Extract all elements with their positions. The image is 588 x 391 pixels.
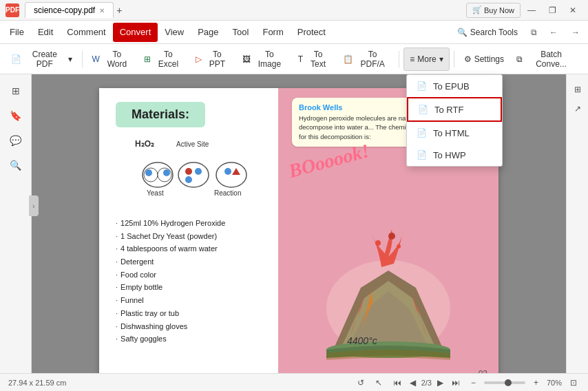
fit-page-btn[interactable]: ⊡ — [567, 377, 580, 389]
svg-text:H₂O₂: H₂O₂ — [135, 139, 154, 149]
mat-9: Dishwashing gloves — [120, 320, 187, 333]
right-icon-2[interactable]: ↗ — [569, 101, 586, 117]
menu-comment[interactable]: Comment — [60, 23, 112, 42]
to-word-btn[interactable]: W To Word — [87, 47, 137, 71]
left-panel: ⊞ 🔖 💬 🔍 — [0, 74, 32, 373]
rotate-btn[interactable]: ↺ — [355, 377, 367, 389]
more-btn[interactable]: ≡ More ▾ — [403, 47, 449, 71]
right-icon-1[interactable]: ⊞ — [569, 81, 586, 98]
to-rtf-item[interactable]: 📄 To RTF — [407, 97, 502, 122]
batch-icon: ⧉ — [516, 54, 523, 64]
to-image-btn[interactable]: 🖼 To Image — [237, 47, 291, 71]
epub-icon: 📄 — [415, 80, 428, 92]
toolbar: 📄 Create PDF ▾ W To Word ⊞ To Excel ▷ To… — [0, 44, 588, 74]
to-word-label: To Word — [103, 50, 132, 69]
menu-page[interactable]: Page — [191, 23, 225, 42]
title-bar: PDF science-copy.pdf ✕ + 🛒 Buy Now — ❐ ✕ — [0, 0, 588, 21]
page-indicator: 2/3 — [421, 379, 432, 387]
menu-view[interactable]: View — [158, 23, 191, 42]
html-icon: 📄 — [415, 127, 428, 139]
svg-text:Reaction: Reaction — [214, 189, 241, 197]
prev-page-btn[interactable]: ◀ — [407, 377, 419, 389]
last-page-btn[interactable]: ⏭ — [449, 377, 463, 389]
to-ppt-label: To PPT — [204, 50, 230, 69]
settings-btn[interactable]: ⚙ Settings — [459, 47, 510, 71]
back-btn[interactable]: ← — [544, 25, 563, 40]
mat-3: 4 tablespoons of warm water — [120, 242, 218, 255]
menu-form[interactable]: Form — [255, 23, 290, 42]
search-tools-label: Search Tools — [470, 28, 518, 37]
more-label: More — [417, 54, 436, 64]
minimize-btn[interactable]: — — [522, 3, 541, 18]
search-panel-icon[interactable]: 🔍 — [5, 154, 27, 176]
svg-point-8 — [178, 162, 209, 187]
svg-point-9 — [185, 168, 192, 175]
svg-point-18 — [375, 240, 381, 246]
mat-2: 1 Sachet Dry Yeast (powder) — [120, 230, 217, 243]
bookmark-icon[interactable]: 🔖 — [5, 105, 27, 127]
buy-now-icon: 🛒 — [472, 6, 482, 14]
search-tools-btn[interactable]: 🔍 Search Tools — [452, 21, 523, 44]
page-navigation: ⏮ ◀ 2/3 ▶ ⏭ — [390, 377, 463, 389]
settings-label: Settings — [474, 54, 504, 64]
to-pdfa-btn[interactable]: 📋 To PDF/A — [337, 47, 395, 71]
mat-8: Plastic tray or tub — [120, 307, 179, 320]
panel-collapse-btn[interactable]: › — [29, 196, 39, 216]
zoom-in-btn[interactable]: + — [531, 377, 541, 389]
comment-panel-icon[interactable]: 💬 — [5, 129, 27, 151]
add-tab-btn[interactable]: + — [116, 5, 122, 16]
next-page-btn[interactable]: ▶ — [434, 377, 446, 389]
first-page-btn[interactable]: ⏮ — [390, 377, 404, 389]
to-ppt-icon: ▷ — [196, 54, 202, 64]
to-html-item[interactable]: 📄 To HTML — [407, 122, 502, 144]
maximize-btn[interactable]: ❐ — [543, 3, 562, 18]
toolbar-divider-2 — [399, 51, 399, 67]
buy-now-btn[interactable]: 🛒 Buy Now — [466, 3, 521, 18]
menu-tool[interactable]: Tool — [226, 23, 256, 42]
svg-marker-14 — [232, 168, 240, 175]
html-label: To HTML — [433, 128, 470, 138]
mat-7: Funnel — [120, 294, 144, 307]
to-excel-icon: ⊞ — [144, 54, 151, 64]
svg-point-20 — [388, 233, 395, 240]
forward-btn[interactable]: → — [566, 25, 585, 40]
temp-text: 4400°c — [347, 335, 377, 346]
zoom-out-btn[interactable]: − — [468, 377, 479, 389]
mat-4: Detergent — [120, 255, 154, 268]
molecule-svg: H₂O₂ Active Site — [132, 137, 249, 202]
tab-close-btn[interactable]: ✕ — [99, 7, 105, 14]
to-excel-btn[interactable]: ⊞ To Excel — [138, 47, 189, 71]
menu-protect[interactable]: Protect — [291, 23, 333, 42]
active-tab[interactable]: science-copy.pdf ✕ — [25, 2, 114, 18]
zoom-slider[interactable] — [484, 381, 525, 384]
to-text-label: To Text — [306, 50, 330, 69]
cursor-btn[interactable]: ↖ — [372, 377, 385, 389]
menu-convert[interactable]: Convert — [113, 23, 158, 42]
close-btn[interactable]: ✕ — [563, 3, 582, 18]
create-pdf-btn[interactable]: 📄 Create PDF ▾ — [6, 47, 78, 71]
more-arrow: ▾ — [439, 54, 443, 64]
to-ppt-btn[interactable]: ▷ To PPT — [190, 47, 235, 71]
mat-6: Empty bottle — [120, 281, 162, 294]
tab-bar: science-copy.pdf ✕ + — [25, 2, 122, 18]
to-epub-item[interactable]: 📄 To EPUB — [407, 75, 502, 97]
volcano-svg — [292, 226, 485, 363]
menu-bar: File Edit Comment Convert View Page Tool… — [0, 21, 588, 44]
materials-header: Materials: — [116, 102, 205, 127]
to-hwp-item[interactable]: 📄 To HWP — [407, 144, 502, 166]
to-text-btn[interactable]: T To Text — [293, 47, 336, 71]
menu-file[interactable]: File — [3, 23, 31, 42]
svg-point-7 — [163, 169, 170, 176]
pdf-left-content: Materials: H₂O₂ Active Site — [99, 88, 278, 373]
batch-label: Batch Conve... — [525, 50, 577, 69]
batch-convert-btn[interactable]: ⧉ Batch Conve... — [511, 47, 582, 71]
to-excel-label: To Excel — [154, 50, 183, 69]
menu-edit[interactable]: Edit — [31, 23, 60, 42]
volcano-container — [278, 226, 498, 363]
to-pdfa-icon: 📋 — [343, 54, 353, 64]
status-right: ↺ ↖ ⏮ ◀ 2/3 ▶ ⏭ − + 70% ⊡ — [355, 377, 580, 389]
mat-1: 125ml 10% Hydrogen Peroxide — [120, 217, 225, 230]
pages-icon[interactable]: ⊞ — [5, 80, 27, 102]
svg-point-13 — [224, 168, 231, 175]
open-window-btn[interactable]: ⧉ — [526, 25, 541, 40]
